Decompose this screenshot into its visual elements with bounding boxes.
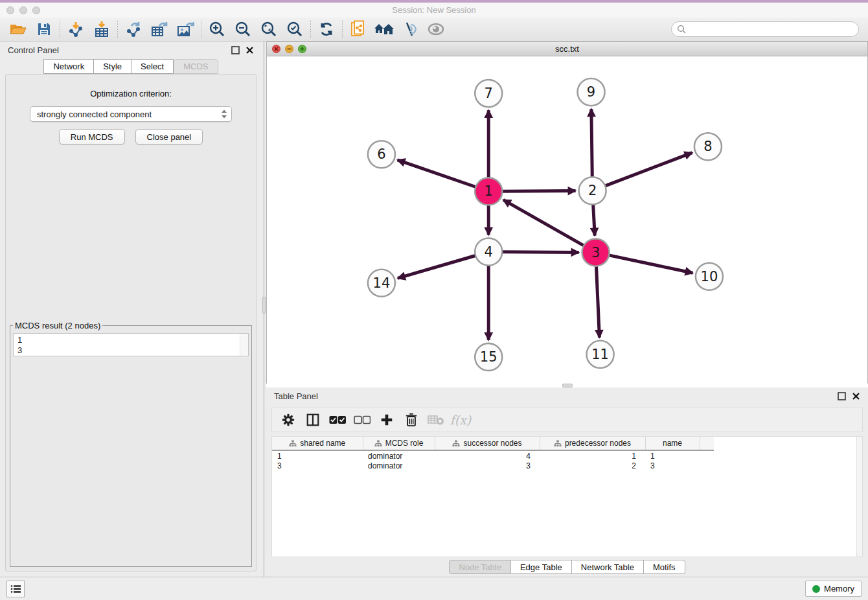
graph-node-11[interactable]: 11 bbox=[587, 341, 614, 368]
network-graph[interactable]: 7968124314101511 bbox=[267, 56, 867, 384]
function-builder-button[interactable]: f(x) bbox=[450, 410, 472, 430]
graph-edge-1-2[interactable] bbox=[502, 191, 575, 192]
result-item[interactable]: 1 bbox=[17, 335, 248, 345]
tab-style[interactable]: Style bbox=[94, 59, 131, 74]
select-all-checks-button[interactable] bbox=[326, 410, 348, 430]
table-row[interactable]: 1dominator411 bbox=[272, 450, 714, 461]
splitter-handle[interactable] bbox=[262, 297, 266, 314]
graph-node-2[interactable]: 2 bbox=[579, 177, 606, 204]
delete-row-button[interactable] bbox=[400, 410, 422, 430]
export-network-button[interactable] bbox=[120, 19, 146, 40]
graph-edge-4-14[interactable] bbox=[398, 256, 475, 279]
tab-node-table[interactable]: Node Table bbox=[449, 560, 511, 574]
float-panel-icon[interactable] bbox=[231, 46, 240, 54]
cell-shared-name[interactable]: 1 bbox=[272, 450, 363, 461]
close-window-icon[interactable] bbox=[6, 6, 14, 14]
graph-edge-2-9[interactable] bbox=[591, 109, 592, 177]
graph-edge-1-6[interactable] bbox=[398, 160, 476, 187]
import-network-button[interactable] bbox=[63, 19, 89, 40]
column-header-successor-nodes[interactable]: successor nodes bbox=[435, 437, 540, 450]
graph-node-7[interactable]: 7 bbox=[475, 80, 502, 107]
table-row[interactable]: 3dominator323 bbox=[272, 461, 714, 471]
cell-shared-name[interactable]: 3 bbox=[272, 461, 363, 471]
minimize-window-icon[interactable] bbox=[19, 6, 27, 14]
graph-edge-3-1[interactable] bbox=[503, 200, 584, 246]
table-settings-button[interactable] bbox=[277, 410, 299, 430]
maximize-network-icon[interactable] bbox=[298, 45, 306, 53]
tab-edge-table[interactable]: Edge Table bbox=[511, 560, 572, 574]
close-panel-button[interactable]: Close panel bbox=[135, 129, 203, 144]
show-graphics-details-button[interactable] bbox=[423, 19, 449, 40]
search-input[interactable] bbox=[686, 25, 853, 34]
zoom-in-button[interactable] bbox=[204, 19, 230, 40]
graph-node-1[interactable]: 1 bbox=[475, 178, 502, 205]
table-scrollbar[interactable] bbox=[856, 437, 862, 557]
zoom-selected-button[interactable] bbox=[282, 19, 308, 40]
close-network-icon[interactable] bbox=[272, 45, 280, 53]
graph-node-9[interactable]: 9 bbox=[578, 78, 605, 106]
graph-node-3[interactable]: 3 bbox=[582, 239, 610, 266]
cell-successor-nodes[interactable]: 4 bbox=[435, 450, 540, 461]
graph-node-8[interactable]: 8 bbox=[694, 133, 722, 160]
network-canvas[interactable]: 7968124314101511 bbox=[267, 56, 867, 384]
cell-predecessor-nodes[interactable]: 2 bbox=[540, 461, 645, 471]
export-image-button[interactable] bbox=[172, 19, 198, 40]
graph-edge-3-10[interactable] bbox=[609, 255, 692, 273]
graph-edge-2-3[interactable] bbox=[593, 204, 595, 235]
splitter-handle[interactable] bbox=[562, 384, 573, 387]
refresh-layout-button[interactable] bbox=[314, 19, 339, 40]
tab-mcds[interactable]: MCDS bbox=[174, 59, 218, 74]
search-box[interactable] bbox=[671, 21, 859, 37]
show-columns-button[interactable] bbox=[302, 410, 324, 430]
close-panel-icon[interactable] bbox=[852, 392, 860, 400]
graph-node-15[interactable]: 15 bbox=[475, 343, 502, 371]
memory-button[interactable]: Memory bbox=[805, 581, 862, 597]
cell-MCDS-role[interactable]: dominator bbox=[363, 450, 435, 461]
graph-node-6[interactable]: 6 bbox=[368, 141, 395, 168]
graph-edge-4-3[interactable] bbox=[502, 252, 578, 253]
zoom-out-button[interactable] bbox=[230, 19, 256, 40]
minimize-network-icon[interactable] bbox=[285, 45, 293, 53]
tab-network-table[interactable]: Network Table bbox=[572, 560, 644, 574]
column-header-predecessor-nodes[interactable]: predecessor nodes bbox=[540, 437, 645, 450]
column-header-name[interactable]: name bbox=[645, 437, 700, 450]
graph-node-4[interactable]: 4 bbox=[475, 238, 502, 266]
graph-node-14[interactable]: 14 bbox=[368, 270, 395, 297]
vertical-splitter[interactable] bbox=[262, 41, 266, 577]
column-header-shared-name[interactable]: shared name bbox=[272, 437, 363, 450]
graph-edge-2-8[interactable] bbox=[605, 153, 692, 186]
result-list-scrollbar[interactable] bbox=[240, 334, 248, 356]
first-neighbors-button[interactable] bbox=[345, 19, 371, 40]
zoom-fit-button[interactable] bbox=[256, 19, 282, 40]
tab-select[interactable]: Select bbox=[131, 59, 174, 74]
cell-name[interactable]: 3 bbox=[645, 461, 700, 471]
import-table-button[interactable] bbox=[89, 19, 115, 40]
cell-predecessor-nodes[interactable]: 1 bbox=[540, 450, 645, 461]
zoom-window-icon[interactable] bbox=[32, 6, 40, 14]
criterion-select[interactable]: strongly connected component bbox=[30, 106, 232, 122]
window-traffic-lights[interactable] bbox=[6, 6, 40, 14]
column-header-MCDS-role[interactable]: MCDS role bbox=[363, 437, 435, 450]
home-button[interactable] bbox=[371, 19, 397, 40]
tab-motifs[interactable]: Motifs bbox=[644, 560, 685, 574]
horizontal-splitter[interactable] bbox=[266, 384, 868, 387]
graph-edge-3-11[interactable] bbox=[596, 266, 599, 338]
close-panel-icon[interactable] bbox=[246, 46, 254, 54]
delete-table-button[interactable] bbox=[425, 410, 447, 430]
tab-network[interactable]: Network bbox=[43, 59, 94, 74]
cell-successor-nodes[interactable]: 3 bbox=[435, 461, 540, 471]
hide-graphics-details-button[interactable] bbox=[397, 19, 423, 40]
float-panel-icon[interactable] bbox=[838, 392, 846, 400]
add-row-button[interactable] bbox=[376, 410, 398, 430]
graph-node-10[interactable]: 10 bbox=[696, 263, 723, 290]
mcds-result-list[interactable]: 13 bbox=[13, 333, 249, 356]
node-table[interactable]: shared nameMCDS rolesuccessor nodesprede… bbox=[272, 437, 714, 471]
task-history-button[interactable] bbox=[6, 581, 25, 597]
cell-name[interactable]: 1 bbox=[645, 450, 700, 461]
open-session-button[interactable] bbox=[5, 19, 31, 40]
export-table-button[interactable] bbox=[146, 19, 172, 40]
save-session-button[interactable] bbox=[31, 19, 57, 40]
deselect-all-checks-button[interactable] bbox=[351, 410, 373, 430]
run-mcds-button[interactable]: Run MCDS bbox=[59, 129, 125, 144]
result-item[interactable]: 3 bbox=[17, 345, 248, 356]
